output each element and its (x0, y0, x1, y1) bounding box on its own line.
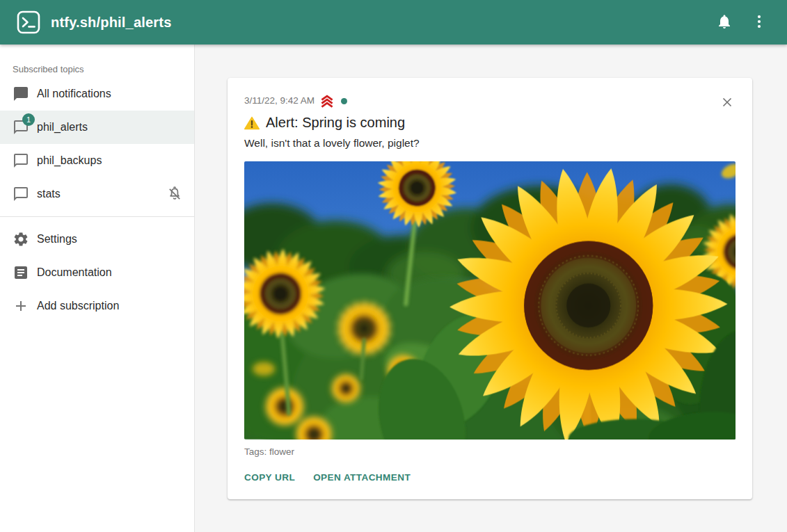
sidebar-item-documentation[interactable]: Documentation (0, 256, 194, 289)
sidebar-item-stats[interactable]: stats (0, 177, 194, 211)
unread-count-badge: 1 (22, 113, 35, 126)
open-attachment-button[interactable]: OPEN ATTACHMENT (308, 467, 416, 488)
appbar-title: ntfy.sh/phil_alerts (51, 15, 171, 31)
chat-filled-icon (13, 86, 29, 102)
ntfy-web-app: ntfy.sh/phil_alerts Subscribed topics (0, 0, 787, 532)
notification-title: Alert: Spring is coming (266, 113, 405, 132)
article-icon (13, 264, 29, 281)
notification-card: 3/11/22, 9:42 AM (228, 78, 752, 499)
appbar: ntfy.sh/phil_alerts (0, 0, 787, 45)
sidebar-item-label: phil_alerts (37, 121, 183, 134)
notification-tags: Tags: flower (244, 446, 736, 457)
notification-timestamp: 3/11/22, 9:42 AM (244, 94, 315, 108)
notifications-bell-button[interactable] (709, 7, 740, 38)
warning-emoji-icon (244, 116, 260, 130)
sidebar-item-label: phil_backups (37, 154, 183, 167)
plus-icon (13, 298, 29, 314)
unread-dot (341, 98, 347, 104)
copy-url-button[interactable]: COPY URL (239, 467, 301, 488)
delete-notification-button[interactable] (713, 89, 741, 117)
notification-actions: COPY URL OPEN ATTACHMENT (239, 467, 736, 488)
subscribed-topics-label: Subscribed topics (0, 64, 194, 74)
bell-icon (716, 13, 733, 32)
gear-icon (13, 231, 29, 248)
main-content: 3/11/22, 9:42 AM (195, 45, 787, 532)
notifications-off-icon (166, 186, 183, 202)
sidebar: Subscribed topics All notifications 1 ph… (0, 45, 195, 532)
sidebar-item-label: Settings (37, 233, 183, 245)
sidebar-item-all-notifications[interactable]: All notifications (0, 77, 194, 111)
attachment-image-sunflower-field[interactable] (244, 161, 736, 440)
sidebar-item-label: Add subscription (37, 300, 183, 312)
sidebar-item-settings[interactable]: Settings (0, 223, 194, 256)
priority-max-icon (319, 93, 335, 108)
notification-message: Well, isn't that a lovely flower, piglet… (244, 136, 736, 150)
sidebar-item-label: All notifications (37, 88, 183, 100)
chat-outline-icon (13, 152, 29, 169)
notification-title-row: Alert: Spring is coming (244, 113, 736, 132)
overflow-menu-button[interactable] (744, 7, 774, 38)
close-icon (720, 95, 735, 112)
chat-outline-icon: 1 (13, 119, 29, 136)
sidebar-item-label: stats (37, 188, 166, 200)
notification-meta: 3/11/22, 9:42 AM (244, 93, 736, 108)
more-vert-icon (751, 13, 768, 32)
sidebar-item-phil-backups[interactable]: phil_backups (0, 144, 194, 177)
terminal-logo-icon[interactable] (15, 9, 42, 35)
sidebar-divider (0, 216, 194, 217)
sidebar-item-phil-alerts[interactable]: 1 phil_alerts (0, 111, 194, 144)
chat-outline-icon (13, 186, 29, 202)
sidebar-item-add-subscription[interactable]: Add subscription (0, 289, 194, 323)
sidebar-item-label: Documentation (37, 266, 183, 279)
